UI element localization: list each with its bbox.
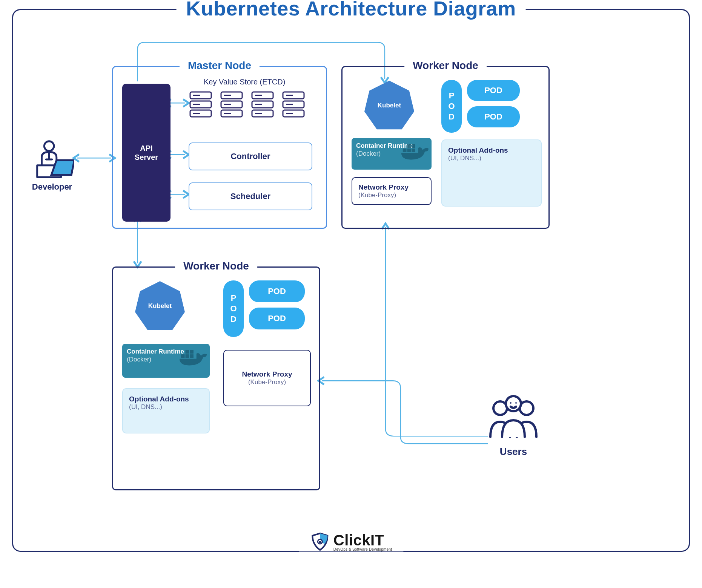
brand-name-text: ClickIT	[333, 532, 384, 548]
svg-rect-41	[319, 541, 321, 543]
brand-name: ClickIT	[333, 532, 392, 549]
svg-rect-31	[186, 354, 189, 358]
controller-label: Controller	[230, 152, 270, 161]
pod-letter: P	[449, 91, 455, 101]
svg-point-38	[510, 402, 512, 404]
svg-rect-27	[412, 149, 415, 152]
pod-label: POD	[484, 86, 502, 95]
scheduler-box: Scheduler	[189, 182, 312, 210]
api-server-box: API Server	[122, 84, 171, 222]
kubelet-heptagon: Kubelet	[364, 81, 414, 130]
svg-rect-25	[403, 149, 407, 152]
network-proxy-subtitle: (Kube-Proxy)	[358, 191, 425, 199]
pod-vertical: P O D	[223, 280, 244, 337]
worker-node-title: Worker Node	[404, 60, 487, 72]
svg-rect-26	[407, 149, 411, 152]
network-proxy-title: Network Proxy	[230, 370, 304, 378]
users-actor: Users	[472, 395, 555, 458]
brand-logo: ClickIT DevOps & Software Development	[299, 532, 403, 551]
addons-subtitle: (UI, DNS...)	[448, 155, 535, 162]
worker-node-panel: Worker Node Kubelet Container Runtime (D…	[112, 266, 320, 490]
pod-box: POD	[467, 106, 520, 127]
worker-node-panel: Worker Node Kubelet Container Runtime (D…	[341, 66, 550, 229]
svg-rect-34	[190, 350, 194, 354]
network-proxy-title: Network Proxy	[358, 183, 425, 191]
etcd-disk-icon	[220, 90, 244, 118]
kubelet-label: Kubelet	[378, 102, 401, 109]
addons-title: Optional Add-ons	[448, 146, 535, 155]
pod-label: POD	[484, 112, 502, 122]
svg-rect-33	[186, 350, 189, 354]
api-server-label: API Server	[135, 144, 158, 162]
brand-shield-icon	[310, 532, 330, 551]
pod-letter: P	[231, 293, 237, 303]
svg-point-0	[44, 141, 54, 151]
diagram-frame: Kubernetes Architecture Diagram	[12, 9, 690, 552]
scheduler-label: Scheduler	[230, 191, 270, 201]
svg-rect-32	[190, 354, 194, 358]
addons-box: Optional Add-ons (UI, DNS...)	[441, 139, 542, 207]
developer-actor: Developer	[20, 138, 84, 192]
kubelet-label: Kubelet	[148, 302, 172, 310]
network-proxy-box: Network Proxy (Kube-Proxy)	[223, 350, 311, 406]
brand-tagline: DevOps & Software Development	[333, 547, 392, 551]
developer-icon	[30, 138, 74, 180]
users-label: Users	[472, 446, 555, 458]
network-proxy-box: Network Proxy (Kube-Proxy)	[352, 177, 432, 205]
svg-point-39	[515, 402, 517, 404]
users-icon	[481, 395, 545, 444]
svg-rect-28	[407, 144, 411, 148]
svg-rect-30	[181, 354, 185, 358]
pod-box: POD	[467, 80, 520, 101]
worker-node-title: Worker Node	[175, 260, 257, 272]
svg-rect-29	[412, 144, 415, 148]
addons-title: Optional Add-ons	[129, 395, 203, 403]
pod-box: POD	[249, 280, 305, 302]
container-runtime-box: Container Runtime (Docker)	[352, 138, 432, 170]
master-node-title: Master Node	[180, 60, 260, 72]
container-runtime-box: Container Runtime (Docker)	[122, 344, 210, 378]
pod-vertical: P O D	[441, 80, 462, 133]
pod-letter: O	[230, 304, 237, 314]
master-node-panel: Master Node API Server Key Value Store (…	[112, 66, 327, 229]
diagram-title: Kubernetes Architecture Diagram	[176, 0, 526, 20]
developer-label: Developer	[20, 182, 84, 192]
addons-subtitle: (UI, DNS...)	[129, 403, 203, 411]
kubelet-heptagon: Kubelet	[135, 281, 185, 331]
pod-letter: O	[448, 101, 455, 111]
etcd-label: Key Value Store (ETCD)	[204, 78, 285, 86]
docker-icon	[400, 140, 429, 161]
addons-box: Optional Add-ons (UI, DNS...)	[122, 388, 210, 433]
pod-letter: D	[449, 112, 455, 122]
docker-icon	[178, 346, 207, 367]
etcd-disk-icon	[281, 90, 306, 118]
etcd-cluster	[189, 90, 306, 118]
pod-label: POD	[268, 286, 286, 296]
network-proxy-subtitle: (Kube-Proxy)	[230, 378, 304, 386]
pod-label: POD	[268, 314, 286, 323]
pod-letter: D	[230, 314, 237, 324]
controller-box: Controller	[189, 142, 312, 170]
pod-box: POD	[249, 308, 305, 329]
etcd-disk-icon	[250, 90, 275, 118]
etcd-disk-icon	[189, 90, 213, 118]
